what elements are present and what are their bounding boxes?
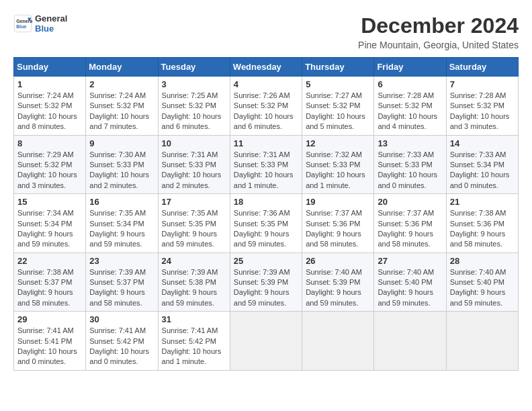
- day-number: 26: [306, 256, 370, 266]
- calendar-cell: 2Sunrise: 7:24 AMSunset: 5:32 PMDaylight…: [86, 77, 158, 136]
- calendar-cell: 11Sunrise: 7:31 AMSunset: 5:33 PMDayligh…: [230, 135, 302, 194]
- day-number: 31: [162, 314, 226, 324]
- day-info: Sunrise: 7:37 AMSunset: 5:36 PMDaylight:…: [378, 208, 442, 250]
- calendar-cell: 16Sunrise: 7:35 AMSunset: 5:34 PMDayligh…: [86, 194, 158, 253]
- calendar-cell: 23Sunrise: 7:39 AMSunset: 5:37 PMDayligh…: [86, 253, 158, 312]
- calendar-cell: [374, 312, 446, 371]
- day-info: Sunrise: 7:31 AMSunset: 5:33 PMDaylight:…: [162, 150, 226, 191]
- calendar-cell: 25Sunrise: 7:39 AMSunset: 5:39 PMDayligh…: [230, 253, 302, 312]
- calendar-cell: 4Sunrise: 7:26 AMSunset: 5:32 PMDaylight…: [230, 77, 302, 136]
- day-info: Sunrise: 7:33 AMSunset: 5:34 PMDaylight:…: [450, 150, 515, 191]
- calendar-cell: 8Sunrise: 7:29 AMSunset: 5:32 PMDaylight…: [14, 135, 86, 194]
- calendar-cell: 22Sunrise: 7:38 AMSunset: 5:37 PMDayligh…: [14, 253, 86, 312]
- day-number: 9: [89, 138, 154, 148]
- day-number: 20: [378, 197, 442, 207]
- calendar-cell: 6Sunrise: 7:28 AMSunset: 5:32 PMDaylight…: [374, 77, 446, 136]
- day-info: Sunrise: 7:41 AMSunset: 5:42 PMDaylight:…: [89, 326, 154, 367]
- day-info: Sunrise: 7:33 AMSunset: 5:33 PMDaylight:…: [378, 150, 442, 191]
- month-title: December 2024: [358, 13, 519, 38]
- weekday-header-sunday: Sunday: [14, 58, 86, 77]
- calendar-cell: 3Sunrise: 7:25 AMSunset: 5:32 PMDaylight…: [158, 77, 230, 136]
- day-info: Sunrise: 7:24 AMSunset: 5:32 PMDaylight:…: [17, 91, 82, 132]
- day-info: Sunrise: 7:40 AMSunset: 5:39 PMDaylight:…: [306, 267, 370, 309]
- day-info: Sunrise: 7:24 AMSunset: 5:32 PMDaylight:…: [89, 91, 154, 132]
- day-number: 11: [234, 138, 298, 148]
- calendar-cell: 19Sunrise: 7:37 AMSunset: 5:36 PMDayligh…: [302, 194, 374, 253]
- day-info: Sunrise: 7:28 AMSunset: 5:32 PMDaylight:…: [378, 91, 442, 132]
- day-info: Sunrise: 7:41 AMSunset: 5:41 PMDaylight:…: [17, 326, 82, 367]
- calendar-cell: 1Sunrise: 7:24 AMSunset: 5:32 PMDaylight…: [14, 77, 86, 136]
- day-info: Sunrise: 7:35 AMSunset: 5:34 PMDaylight:…: [89, 208, 154, 250]
- calendar-cell: 12Sunrise: 7:32 AMSunset: 5:33 PMDayligh…: [302, 135, 374, 194]
- day-number: 24: [162, 256, 226, 266]
- svg-text:Blue: Blue: [16, 24, 26, 29]
- calendar-cell: 5Sunrise: 7:27 AMSunset: 5:32 PMDaylight…: [302, 77, 374, 136]
- weekday-header-friday: Friday: [374, 58, 446, 77]
- logo-blue: Blue: [35, 24, 67, 34]
- day-info: Sunrise: 7:41 AMSunset: 5:42 PMDaylight:…: [162, 326, 226, 367]
- day-info: Sunrise: 7:27 AMSunset: 5:32 PMDaylight:…: [306, 91, 370, 132]
- day-number: 10: [162, 138, 226, 148]
- calendar-cell: 28Sunrise: 7:40 AMSunset: 5:40 PMDayligh…: [446, 253, 518, 312]
- calendar-cell: 31Sunrise: 7:41 AMSunset: 5:42 PMDayligh…: [158, 312, 230, 371]
- calendar-cell: 27Sunrise: 7:40 AMSunset: 5:40 PMDayligh…: [374, 253, 446, 312]
- day-number: 18: [234, 197, 298, 207]
- day-number: 28: [450, 256, 515, 266]
- calendar-cell: 21Sunrise: 7:38 AMSunset: 5:36 PMDayligh…: [446, 194, 518, 253]
- day-info: Sunrise: 7:34 AMSunset: 5:34 PMDaylight:…: [17, 208, 82, 250]
- day-number: 19: [306, 197, 370, 207]
- day-number: 7: [450, 79, 515, 89]
- day-number: 2: [89, 79, 154, 89]
- calendar-cell: 9Sunrise: 7:30 AMSunset: 5:33 PMDaylight…: [86, 135, 158, 194]
- weekday-header-saturday: Saturday: [446, 58, 518, 77]
- day-number: 12: [306, 138, 370, 148]
- day-info: Sunrise: 7:29 AMSunset: 5:32 PMDaylight:…: [17, 150, 82, 191]
- weekday-header-tuesday: Tuesday: [158, 58, 230, 77]
- calendar-table: SundayMondayTuesdayWednesdayThursdayFrid…: [13, 57, 519, 371]
- calendar-cell: 30Sunrise: 7:41 AMSunset: 5:42 PMDayligh…: [86, 312, 158, 371]
- day-info: Sunrise: 7:35 AMSunset: 5:35 PMDaylight:…: [162, 208, 226, 250]
- calendar-cell: 26Sunrise: 7:40 AMSunset: 5:39 PMDayligh…: [302, 253, 374, 312]
- logo-icon: General Blue: [13, 14, 32, 33]
- svg-rect-0: [14, 15, 31, 32]
- day-info: Sunrise: 7:39 AMSunset: 5:37 PMDaylight:…: [89, 267, 154, 309]
- weekday-header-monday: Monday: [86, 58, 158, 77]
- day-number: 23: [89, 256, 154, 266]
- day-number: 17: [162, 197, 226, 207]
- day-info: Sunrise: 7:40 AMSunset: 5:40 PMDaylight:…: [450, 267, 515, 309]
- title-area: December 2024 Pine Mountain, Georgia, Un…: [358, 13, 519, 50]
- day-info: Sunrise: 7:37 AMSunset: 5:36 PMDaylight:…: [306, 208, 370, 250]
- calendar-cell: 15Sunrise: 7:34 AMSunset: 5:34 PMDayligh…: [14, 194, 86, 253]
- calendar-cell: [302, 312, 374, 371]
- day-info: Sunrise: 7:30 AMSunset: 5:33 PMDaylight:…: [89, 150, 154, 191]
- day-number: 5: [306, 79, 370, 89]
- calendar-cell: 24Sunrise: 7:39 AMSunset: 5:38 PMDayligh…: [158, 253, 230, 312]
- day-info: Sunrise: 7:31 AMSunset: 5:33 PMDaylight:…: [234, 150, 298, 191]
- day-number: 3: [162, 79, 226, 89]
- calendar-cell: [230, 312, 302, 371]
- calendar-cell: 18Sunrise: 7:36 AMSunset: 5:35 PMDayligh…: [230, 194, 302, 253]
- day-number: 15: [17, 197, 82, 207]
- logo: General Blue General Blue: [13, 13, 67, 34]
- weekday-header-row: SundayMondayTuesdayWednesdayThursdayFrid…: [14, 58, 519, 77]
- weekday-header-wednesday: Wednesday: [230, 58, 302, 77]
- calendar-cell: 29Sunrise: 7:41 AMSunset: 5:41 PMDayligh…: [14, 312, 86, 371]
- location: Pine Mountain, Georgia, United States: [358, 40, 519, 50]
- day-number: 13: [378, 138, 442, 148]
- day-number: 6: [378, 79, 442, 89]
- day-info: Sunrise: 7:38 AMSunset: 5:36 PMDaylight:…: [450, 208, 515, 250]
- calendar-cell: 14Sunrise: 7:33 AMSunset: 5:34 PMDayligh…: [446, 135, 518, 194]
- day-number: 30: [89, 314, 154, 324]
- day-number: 16: [89, 197, 154, 207]
- day-number: 1: [17, 79, 82, 89]
- logo-general: General: [35, 13, 67, 24]
- header: General Blue General Blue December 2024 …: [13, 13, 519, 50]
- day-number: 4: [234, 79, 298, 89]
- day-number: 8: [17, 138, 82, 148]
- day-number: 22: [17, 256, 82, 266]
- day-number: 21: [450, 197, 515, 207]
- day-info: Sunrise: 7:36 AMSunset: 5:35 PMDaylight:…: [234, 208, 298, 250]
- calendar-cell: [446, 312, 518, 371]
- day-info: Sunrise: 7:25 AMSunset: 5:32 PMDaylight:…: [162, 91, 226, 132]
- weekday-header-thursday: Thursday: [302, 58, 374, 77]
